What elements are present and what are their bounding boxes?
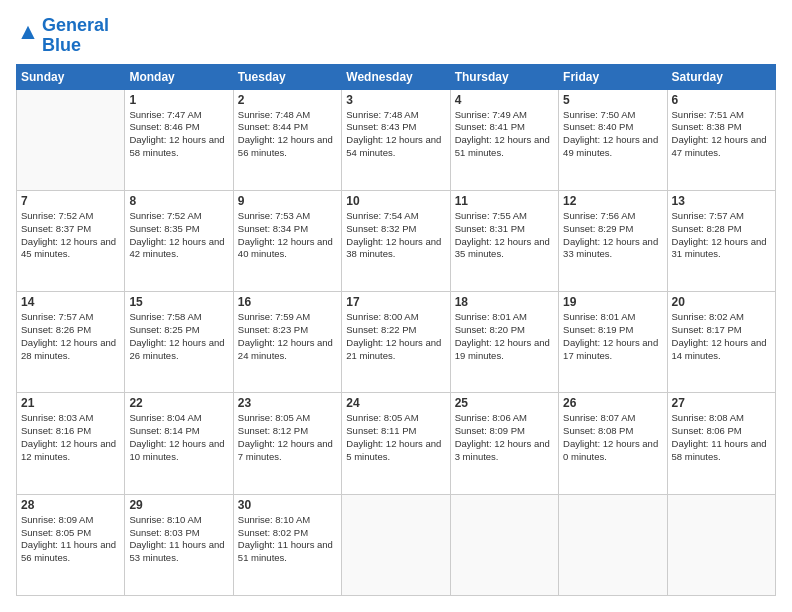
weekday-friday: Friday bbox=[559, 64, 667, 89]
weekday-monday: Monday bbox=[125, 64, 233, 89]
calendar-cell: 6Sunrise: 7:51 AM Sunset: 8:38 PM Daylig… bbox=[667, 89, 775, 190]
calendar-cell: 26Sunrise: 8:07 AM Sunset: 8:08 PM Dayli… bbox=[559, 393, 667, 494]
calendar-cell: 3Sunrise: 7:48 AM Sunset: 8:43 PM Daylig… bbox=[342, 89, 450, 190]
week-row-5: 28Sunrise: 8:09 AM Sunset: 8:05 PM Dayli… bbox=[17, 494, 776, 595]
calendar-cell: 15Sunrise: 7:58 AM Sunset: 8:25 PM Dayli… bbox=[125, 292, 233, 393]
day-number: 11 bbox=[455, 194, 554, 208]
weekday-header-row: SundayMondayTuesdayWednesdayThursdayFrid… bbox=[17, 64, 776, 89]
weekday-saturday: Saturday bbox=[667, 64, 775, 89]
calendar-cell: 22Sunrise: 8:04 AM Sunset: 8:14 PM Dayli… bbox=[125, 393, 233, 494]
calendar-cell bbox=[667, 494, 775, 595]
day-number: 28 bbox=[21, 498, 120, 512]
week-row-1: 1Sunrise: 7:47 AM Sunset: 8:46 PM Daylig… bbox=[17, 89, 776, 190]
day-number: 25 bbox=[455, 396, 554, 410]
day-content: Sunrise: 7:57 AM Sunset: 8:28 PM Dayligh… bbox=[672, 210, 771, 261]
day-number: 3 bbox=[346, 93, 445, 107]
day-content: Sunrise: 7:56 AM Sunset: 8:29 PM Dayligh… bbox=[563, 210, 662, 261]
calendar-cell: 1Sunrise: 7:47 AM Sunset: 8:46 PM Daylig… bbox=[125, 89, 233, 190]
day-number: 8 bbox=[129, 194, 228, 208]
day-number: 17 bbox=[346, 295, 445, 309]
day-content: Sunrise: 8:10 AM Sunset: 8:03 PM Dayligh… bbox=[129, 514, 228, 565]
calendar-cell: 21Sunrise: 8:03 AM Sunset: 8:16 PM Dayli… bbox=[17, 393, 125, 494]
day-number: 13 bbox=[672, 194, 771, 208]
day-content: Sunrise: 8:02 AM Sunset: 8:17 PM Dayligh… bbox=[672, 311, 771, 362]
day-number: 18 bbox=[455, 295, 554, 309]
day-number: 7 bbox=[21, 194, 120, 208]
day-number: 26 bbox=[563, 396, 662, 410]
calendar-cell: 25Sunrise: 8:06 AM Sunset: 8:09 PM Dayli… bbox=[450, 393, 558, 494]
day-content: Sunrise: 7:58 AM Sunset: 8:25 PM Dayligh… bbox=[129, 311, 228, 362]
calendar-cell: 18Sunrise: 8:01 AM Sunset: 8:20 PM Dayli… bbox=[450, 292, 558, 393]
calendar-cell: 5Sunrise: 7:50 AM Sunset: 8:40 PM Daylig… bbox=[559, 89, 667, 190]
calendar-cell: 28Sunrise: 8:09 AM Sunset: 8:05 PM Dayli… bbox=[17, 494, 125, 595]
calendar-cell: 17Sunrise: 8:00 AM Sunset: 8:22 PM Dayli… bbox=[342, 292, 450, 393]
day-content: Sunrise: 8:00 AM Sunset: 8:22 PM Dayligh… bbox=[346, 311, 445, 362]
day-number: 9 bbox=[238, 194, 337, 208]
logo-text: General Blue bbox=[42, 16, 109, 56]
day-content: Sunrise: 8:07 AM Sunset: 8:08 PM Dayligh… bbox=[563, 412, 662, 463]
logo-blue: Blue bbox=[42, 35, 81, 55]
calendar-cell: 13Sunrise: 7:57 AM Sunset: 8:28 PM Dayli… bbox=[667, 190, 775, 291]
day-number: 12 bbox=[563, 194, 662, 208]
day-content: Sunrise: 7:48 AM Sunset: 8:43 PM Dayligh… bbox=[346, 109, 445, 160]
weekday-sunday: Sunday bbox=[17, 64, 125, 89]
week-row-2: 7Sunrise: 7:52 AM Sunset: 8:37 PM Daylig… bbox=[17, 190, 776, 291]
day-number: 23 bbox=[238, 396, 337, 410]
weekday-wednesday: Wednesday bbox=[342, 64, 450, 89]
day-content: Sunrise: 8:01 AM Sunset: 8:20 PM Dayligh… bbox=[455, 311, 554, 362]
logo: General Blue bbox=[16, 16, 109, 56]
calendar-cell: 4Sunrise: 7:49 AM Sunset: 8:41 PM Daylig… bbox=[450, 89, 558, 190]
calendar-table: SundayMondayTuesdayWednesdayThursdayFrid… bbox=[16, 64, 776, 596]
logo-general: General bbox=[42, 15, 109, 35]
day-content: Sunrise: 8:10 AM Sunset: 8:02 PM Dayligh… bbox=[238, 514, 337, 565]
day-number: 14 bbox=[21, 295, 120, 309]
day-number: 22 bbox=[129, 396, 228, 410]
calendar-cell: 29Sunrise: 8:10 AM Sunset: 8:03 PM Dayli… bbox=[125, 494, 233, 595]
day-content: Sunrise: 7:54 AM Sunset: 8:32 PM Dayligh… bbox=[346, 210, 445, 261]
day-number: 16 bbox=[238, 295, 337, 309]
calendar-cell: 30Sunrise: 8:10 AM Sunset: 8:02 PM Dayli… bbox=[233, 494, 341, 595]
calendar-cell bbox=[17, 89, 125, 190]
day-content: Sunrise: 7:59 AM Sunset: 8:23 PM Dayligh… bbox=[238, 311, 337, 362]
day-number: 5 bbox=[563, 93, 662, 107]
day-number: 4 bbox=[455, 93, 554, 107]
day-number: 24 bbox=[346, 396, 445, 410]
day-content: Sunrise: 7:50 AM Sunset: 8:40 PM Dayligh… bbox=[563, 109, 662, 160]
calendar-cell: 16Sunrise: 7:59 AM Sunset: 8:23 PM Dayli… bbox=[233, 292, 341, 393]
day-number: 10 bbox=[346, 194, 445, 208]
calendar-cell: 2Sunrise: 7:48 AM Sunset: 8:44 PM Daylig… bbox=[233, 89, 341, 190]
day-content: Sunrise: 7:53 AM Sunset: 8:34 PM Dayligh… bbox=[238, 210, 337, 261]
header: General Blue bbox=[16, 16, 776, 56]
calendar-cell bbox=[559, 494, 667, 595]
day-number: 27 bbox=[672, 396, 771, 410]
week-row-3: 14Sunrise: 7:57 AM Sunset: 8:26 PM Dayli… bbox=[17, 292, 776, 393]
day-content: Sunrise: 8:08 AM Sunset: 8:06 PM Dayligh… bbox=[672, 412, 771, 463]
day-content: Sunrise: 7:55 AM Sunset: 8:31 PM Dayligh… bbox=[455, 210, 554, 261]
weekday-thursday: Thursday bbox=[450, 64, 558, 89]
day-content: Sunrise: 7:47 AM Sunset: 8:46 PM Dayligh… bbox=[129, 109, 228, 160]
day-content: Sunrise: 7:52 AM Sunset: 8:37 PM Dayligh… bbox=[21, 210, 120, 261]
page: General Blue SundayMondayTuesdayWednesda… bbox=[0, 0, 792, 612]
day-number: 20 bbox=[672, 295, 771, 309]
day-number: 19 bbox=[563, 295, 662, 309]
day-content: Sunrise: 8:01 AM Sunset: 8:19 PM Dayligh… bbox=[563, 311, 662, 362]
logo-icon bbox=[18, 24, 38, 44]
calendar-cell: 7Sunrise: 7:52 AM Sunset: 8:37 PM Daylig… bbox=[17, 190, 125, 291]
day-content: Sunrise: 7:48 AM Sunset: 8:44 PM Dayligh… bbox=[238, 109, 337, 160]
calendar-cell: 9Sunrise: 7:53 AM Sunset: 8:34 PM Daylig… bbox=[233, 190, 341, 291]
day-content: Sunrise: 8:05 AM Sunset: 8:11 PM Dayligh… bbox=[346, 412, 445, 463]
day-content: Sunrise: 8:05 AM Sunset: 8:12 PM Dayligh… bbox=[238, 412, 337, 463]
calendar-cell: 27Sunrise: 8:08 AM Sunset: 8:06 PM Dayli… bbox=[667, 393, 775, 494]
weekday-tuesday: Tuesday bbox=[233, 64, 341, 89]
svg-marker-0 bbox=[21, 25, 34, 38]
calendar-cell bbox=[450, 494, 558, 595]
calendar-cell: 24Sunrise: 8:05 AM Sunset: 8:11 PM Dayli… bbox=[342, 393, 450, 494]
day-number: 2 bbox=[238, 93, 337, 107]
calendar-cell: 11Sunrise: 7:55 AM Sunset: 8:31 PM Dayli… bbox=[450, 190, 558, 291]
day-number: 30 bbox=[238, 498, 337, 512]
day-number: 21 bbox=[21, 396, 120, 410]
day-content: Sunrise: 8:09 AM Sunset: 8:05 PM Dayligh… bbox=[21, 514, 120, 565]
calendar-cell bbox=[342, 494, 450, 595]
calendar-cell: 12Sunrise: 7:56 AM Sunset: 8:29 PM Dayli… bbox=[559, 190, 667, 291]
day-content: Sunrise: 8:03 AM Sunset: 8:16 PM Dayligh… bbox=[21, 412, 120, 463]
